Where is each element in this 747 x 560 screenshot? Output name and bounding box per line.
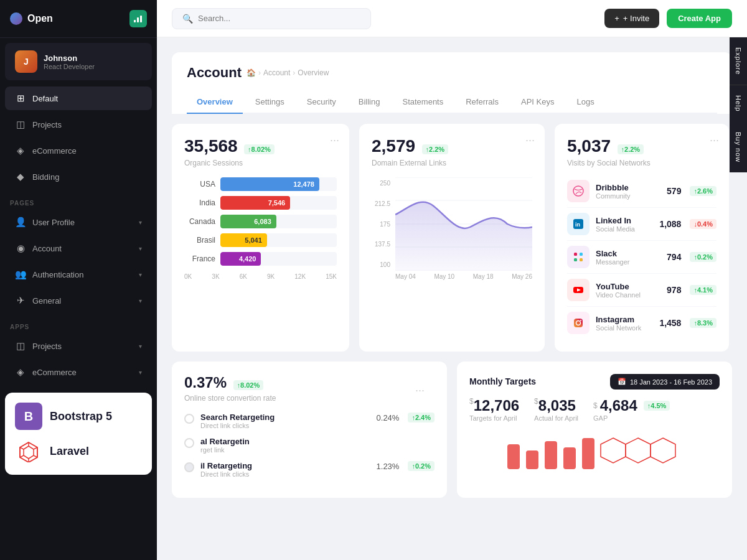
dribbble-icon [567,180,590,202]
tab-api-keys[interactable]: API Keys [511,91,564,114]
sidebar-nav-item-bidding[interactable]: ◆ Bidding [5,165,152,189]
svg-point-16 [573,186,583,196]
conv-percent: 1.23% [377,462,400,471]
social-name: Slack [596,249,629,258]
sidebar-item-projects-app[interactable]: ◫ Projects ▾ [5,334,152,358]
tab-referrals[interactable]: Referrals [456,91,509,114]
bar-label: Brasil [184,236,215,245]
social-list: Dribbble Community 579 ↑2.6% [567,175,716,339]
tab-logs[interactable]: Logs [566,91,604,114]
date-range: 18 Jan 2023 - 16 Feb 2023 [630,378,712,386]
dollar-sign: $ [534,397,538,406]
topbar: 🔍 + + Invite Create App [157,0,747,37]
sidebar-nav-item-default[interactable]: ⊞ Default [5,86,152,110]
gap-label: GAP [593,414,670,422]
svg-rect-30 [545,441,557,469]
conv-row: Search Retargeting Direct link clicks 0.… [184,413,435,429]
home-icon: 🏠 [247,68,256,77]
bootstrap-icon: B [15,403,42,430]
create-app-button[interactable]: Create App [667,9,732,28]
targets-value-group: $12,706 Targets for April [469,397,519,422]
social-name: YouTube [596,282,641,291]
sidebar-item-label: Bidding [32,172,59,182]
app-logo[interactable]: Open [10,12,53,25]
tab-billing[interactable]: Billing [349,91,390,114]
bar-axis: 0K3K6K9K12K15K [184,271,337,282]
explore-button[interactable]: Explore [730,37,747,85]
instagram-icon [567,312,590,334]
sidebar-item-general[interactable]: ✈ General ▾ [5,289,152,312]
bar-fill: 5,041 [220,233,267,247]
sidebar-item-label: eCommerce [32,368,77,377]
gap-badge: ↑4.5% [644,401,670,411]
sidebar-item-account[interactable]: ◉ Account ▾ [5,236,152,260]
page-title: Account [187,65,242,81]
conversion-badge: ↑8.02% [233,380,264,390]
social-visits-badge: ↑2.2% [618,144,644,154]
tab-statements[interactable]: Statements [392,91,453,114]
ecommerce-app-icon: ◈ [15,366,26,378]
social-name: Linked In [596,216,635,225]
svg-rect-29 [526,450,538,469]
bar-chart: USA 12,478 India 7,546 Canada [184,177,337,282]
chart-icon[interactable] [129,10,147,27]
bar-label: France [184,254,215,263]
slack-icon [567,246,590,268]
sidebar-nav-item-projects[interactable]: ◫ Projects [5,113,152,136]
sidebar-nav-item-ecommerce[interactable]: ◈ eCommerce [5,139,152,162]
tab-settings[interactable]: Settings [245,91,294,114]
linkedin-icon: in [567,213,590,235]
gap-value-group: $ 4,684 ↑4.5% GAP [593,397,670,422]
promo-section: B Bootstrap 5 Laravel [5,393,152,475]
social-name: Dribbble [596,183,631,192]
social-badge: ↑2.6% [690,186,716,196]
social-row: in Linked In Social Media 1,088 ↓0.4% [567,208,716,241]
social-badge: ↑8.3% [690,318,716,328]
search-input[interactable] [198,14,360,23]
invite-button[interactable]: + + Invite [604,9,659,28]
social-badge: ↑0.2% [690,252,716,262]
bottom-grid: ··· 0.37% ↑8.02% Online store convertion… [172,362,732,498]
sidebar-item-authentication[interactable]: 👥 Authentication ▾ [5,263,152,286]
sidebar-item-ecommerce-app[interactable]: ◈ eCommerce ▾ [5,360,152,384]
buy-now-button[interactable]: Buy now [730,122,747,172]
conv-badge: ↑2.4% [408,413,435,422]
conv-name: il Retargeting [200,461,370,470]
user-name: Johnson [44,54,95,63]
app-name: Open [27,13,53,24]
tab-security[interactable]: Security [297,91,346,114]
sidebar-header: Open [0,0,157,38]
conv-name: al Retargetin [200,437,428,446]
svg-rect-22 [580,258,583,261]
laravel-label: Laravel [50,445,89,458]
conv-radio[interactable] [184,462,194,472]
conv-radio[interactable] [184,414,194,424]
bar-label: USA [184,180,215,189]
card-menu-icon[interactable]: ··· [330,134,339,147]
user-section[interactable]: J Johnson React Developer [5,43,152,80]
conv-row: il Retargeting Direct link clicks 1.23% … [184,461,435,478]
conv-radio[interactable] [184,438,194,448]
svg-rect-21 [574,258,577,261]
svg-rect-1 [137,17,139,22]
conv-percent: 0.24% [377,413,400,422]
help-button[interactable]: Help [730,85,747,122]
sidebar-item-user-profile[interactable]: 👤 User Profile ▾ [5,210,152,234]
card-menu-icon[interactable]: ··· [415,384,425,397]
laravel-icon [15,437,42,465]
svg-marker-33 [601,438,626,463]
sidebar-item-label: Default [32,94,58,103]
card-menu-icon[interactable]: ··· [525,134,535,147]
card-menu-icon[interactable]: ··· [710,134,719,147]
svg-rect-20 [580,253,583,256]
line-chart: 250 212.5 175 137.5 100 [372,177,532,280]
organic-sessions-label: Organic Sessions [184,159,337,167]
actual-label: Actual for April [534,414,578,422]
tab-overview[interactable]: Overview [187,91,243,114]
bootstrap-label: Bootstrap 5 [50,410,112,423]
conv-badge: ↑0.2% [408,461,435,471]
social-sub: Social Media [596,225,635,233]
svg-marker-4 [24,446,34,459]
targets-amount: 12,706 [474,397,519,414]
search-box[interactable]: 🔍 [172,8,371,29]
